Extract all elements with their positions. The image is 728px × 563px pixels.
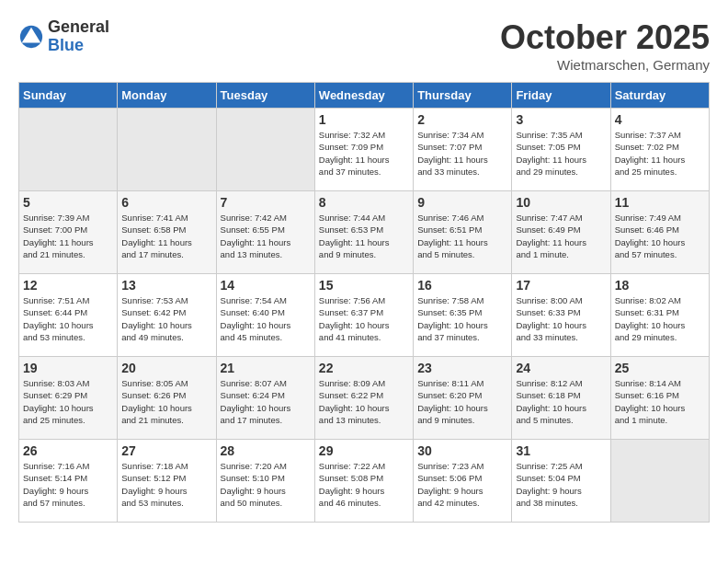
calendar-cell: 12Sunrise: 7:51 AM Sunset: 6:44 PM Dayli… — [19, 274, 118, 357]
calendar-body: 1Sunrise: 7:32 AM Sunset: 7:09 PM Daylig… — [19, 109, 710, 523]
calendar-cell: 20Sunrise: 8:05 AM Sunset: 6:26 PM Dayli… — [118, 357, 216, 440]
day-number: 11 — [615, 195, 705, 210]
calendar-week-row: 5Sunrise: 7:39 AM Sunset: 7:00 PM Daylig… — [19, 191, 710, 274]
calendar-cell: 1Sunrise: 7:32 AM Sunset: 7:09 PM Daylig… — [314, 109, 413, 191]
day-header-saturday: Saturday — [610, 83, 709, 109]
day-info: Sunrise: 8:02 AM Sunset: 6:31 PM Dayligh… — [615, 294, 705, 343]
day-info: Sunrise: 7:32 AM Sunset: 7:09 PM Dayligh… — [319, 129, 409, 178]
day-number: 23 — [417, 361, 507, 375]
day-info: Sunrise: 7:37 AM Sunset: 7:02 PM Dayligh… — [615, 129, 705, 178]
calendar-cell: 11Sunrise: 7:49 AM Sunset: 6:46 PM Dayli… — [610, 191, 709, 274]
day-number: 2 — [417, 112, 507, 127]
day-info: Sunrise: 7:44 AM Sunset: 6:53 PM Dayligh… — [319, 212, 409, 260]
day-info: Sunrise: 7:25 AM Sunset: 5:04 PM Dayligh… — [516, 460, 606, 509]
calendar-header-row: SundayMondayTuesdayWednesdayThursdayFrid… — [19, 83, 710, 109]
calendar-cell — [118, 109, 216, 191]
calendar-cell — [610, 440, 709, 523]
calendar-week-row: 12Sunrise: 7:51 AM Sunset: 6:44 PM Dayli… — [19, 274, 710, 357]
calendar-week-row: 19Sunrise: 8:03 AM Sunset: 6:29 PM Dayli… — [19, 357, 710, 440]
location: Wietmarschen, Germany — [500, 57, 710, 73]
day-number: 26 — [23, 443, 113, 458]
day-info: Sunrise: 8:11 AM Sunset: 6:20 PM Dayligh… — [417, 377, 507, 426]
calendar-cell: 6Sunrise: 7:41 AM Sunset: 6:58 PM Daylig… — [118, 191, 216, 274]
day-number: 17 — [516, 278, 606, 293]
day-number: 6 — [121, 195, 211, 210]
day-info: Sunrise: 8:14 AM Sunset: 6:16 PM Dayligh… — [615, 377, 705, 426]
day-header-wednesday: Wednesday — [314, 83, 413, 109]
calendar-cell: 2Sunrise: 7:34 AM Sunset: 7:07 PM Daylig… — [414, 109, 512, 191]
calendar-cell: 8Sunrise: 7:44 AM Sunset: 6:53 PM Daylig… — [314, 191, 413, 274]
calendar-cell: 26Sunrise: 7:16 AM Sunset: 5:14 PM Dayli… — [19, 440, 118, 523]
day-number: 12 — [23, 278, 113, 293]
day-info: Sunrise: 7:53 AM Sunset: 6:42 PM Dayligh… — [121, 294, 211, 343]
day-info: Sunrise: 7:42 AM Sunset: 6:55 PM Dayligh… — [221, 212, 311, 260]
calendar-week-row: 26Sunrise: 7:16 AM Sunset: 5:14 PM Dayli… — [19, 440, 710, 523]
day-number: 18 — [615, 278, 705, 293]
day-info: Sunrise: 8:12 AM Sunset: 6:18 PM Dayligh… — [516, 377, 606, 426]
day-number: 7 — [221, 195, 311, 210]
month-title: October 2025 — [500, 18, 710, 57]
calendar-cell: 23Sunrise: 8:11 AM Sunset: 6:20 PM Dayli… — [414, 357, 512, 440]
day-number: 30 — [417, 443, 507, 458]
day-number: 10 — [516, 195, 606, 210]
calendar-cell: 14Sunrise: 7:54 AM Sunset: 6:40 PM Dayli… — [216, 274, 314, 357]
day-header-monday: Monday — [118, 83, 216, 109]
day-number: 27 — [121, 443, 211, 458]
day-info: Sunrise: 7:39 AM Sunset: 7:00 PM Dayligh… — [23, 212, 113, 260]
calendar-cell — [19, 109, 118, 191]
day-info: Sunrise: 7:46 AM Sunset: 6:51 PM Dayligh… — [417, 212, 507, 260]
calendar-cell: 28Sunrise: 7:20 AM Sunset: 5:10 PM Dayli… — [216, 440, 314, 523]
day-info: Sunrise: 7:47 AM Sunset: 6:49 PM Dayligh… — [516, 212, 606, 260]
day-info: Sunrise: 7:49 AM Sunset: 6:46 PM Dayligh… — [615, 212, 705, 260]
day-number: 25 — [615, 361, 705, 375]
calendar-cell: 29Sunrise: 7:22 AM Sunset: 5:08 PM Dayli… — [314, 440, 413, 523]
day-number: 16 — [417, 278, 507, 293]
day-info: Sunrise: 7:20 AM Sunset: 5:10 PM Dayligh… — [221, 460, 311, 509]
calendar-cell: 22Sunrise: 8:09 AM Sunset: 6:22 PM Dayli… — [314, 357, 413, 440]
day-info: Sunrise: 8:07 AM Sunset: 6:24 PM Dayligh… — [221, 377, 311, 426]
calendar-cell: 24Sunrise: 8:12 AM Sunset: 6:18 PM Dayli… — [512, 357, 610, 440]
day-number: 19 — [23, 361, 113, 375]
day-header-tuesday: Tuesday — [216, 83, 314, 109]
day-info: Sunrise: 7:56 AM Sunset: 6:37 PM Dayligh… — [319, 294, 409, 343]
day-number: 20 — [121, 361, 211, 375]
calendar-cell: 17Sunrise: 8:00 AM Sunset: 6:33 PM Dayli… — [512, 274, 610, 357]
day-info: Sunrise: 7:34 AM Sunset: 7:07 PM Dayligh… — [417, 129, 507, 178]
day-header-thursday: Thursday — [414, 83, 512, 109]
day-number: 22 — [319, 361, 409, 375]
day-info: Sunrise: 7:16 AM Sunset: 5:14 PM Dayligh… — [23, 460, 113, 509]
calendar-cell: 15Sunrise: 7:56 AM Sunset: 6:37 PM Dayli… — [314, 274, 413, 357]
day-number: 1 — [319, 112, 409, 127]
day-number: 28 — [221, 443, 311, 458]
logo: General Blue — [18, 18, 109, 55]
calendar-cell: 13Sunrise: 7:53 AM Sunset: 6:42 PM Dayli… — [118, 274, 216, 357]
day-number: 4 — [615, 112, 705, 127]
calendar-cell: 30Sunrise: 7:23 AM Sunset: 5:06 PM Dayli… — [414, 440, 512, 523]
day-info: Sunrise: 8:03 AM Sunset: 6:29 PM Dayligh… — [23, 377, 113, 426]
logo-blue-text: Blue — [48, 37, 109, 55]
day-info: Sunrise: 8:00 AM Sunset: 6:33 PM Dayligh… — [516, 294, 606, 343]
day-info: Sunrise: 7:41 AM Sunset: 6:58 PM Dayligh… — [121, 212, 211, 260]
day-header-friday: Friday — [512, 83, 610, 109]
logo-general-text: General — [48, 18, 109, 37]
calendar-cell: 27Sunrise: 7:18 AM Sunset: 5:12 PM Dayli… — [118, 440, 216, 523]
day-header-sunday: Sunday — [19, 83, 118, 109]
calendar-week-row: 1Sunrise: 7:32 AM Sunset: 7:09 PM Daylig… — [19, 109, 710, 191]
day-info: Sunrise: 7:22 AM Sunset: 5:08 PM Dayligh… — [319, 460, 409, 509]
calendar-cell: 5Sunrise: 7:39 AM Sunset: 7:00 PM Daylig… — [19, 191, 118, 274]
calendar-cell: 25Sunrise: 8:14 AM Sunset: 6:16 PM Dayli… — [610, 357, 709, 440]
calendar-cell: 18Sunrise: 8:02 AM Sunset: 6:31 PM Dayli… — [610, 274, 709, 357]
calendar-cell: 16Sunrise: 7:58 AM Sunset: 6:35 PM Dayli… — [414, 274, 512, 357]
calendar-cell: 10Sunrise: 7:47 AM Sunset: 6:49 PM Dayli… — [512, 191, 610, 274]
day-info: Sunrise: 7:51 AM Sunset: 6:44 PM Dayligh… — [23, 294, 113, 343]
day-info: Sunrise: 7:23 AM Sunset: 5:06 PM Dayligh… — [417, 460, 507, 509]
logo-icon — [18, 24, 44, 50]
calendar-cell: 4Sunrise: 7:37 AM Sunset: 7:02 PM Daylig… — [610, 109, 709, 191]
page-header: General Blue October 2025 Wietmarschen, … — [18, 18, 710, 73]
day-number: 29 — [319, 443, 409, 458]
calendar-cell — [216, 109, 314, 191]
day-number: 5 — [23, 195, 113, 210]
title-block: October 2025 Wietmarschen, Germany — [500, 18, 710, 73]
calendar-cell: 19Sunrise: 8:03 AM Sunset: 6:29 PM Dayli… — [19, 357, 118, 440]
calendar-cell: 7Sunrise: 7:42 AM Sunset: 6:55 PM Daylig… — [216, 191, 314, 274]
